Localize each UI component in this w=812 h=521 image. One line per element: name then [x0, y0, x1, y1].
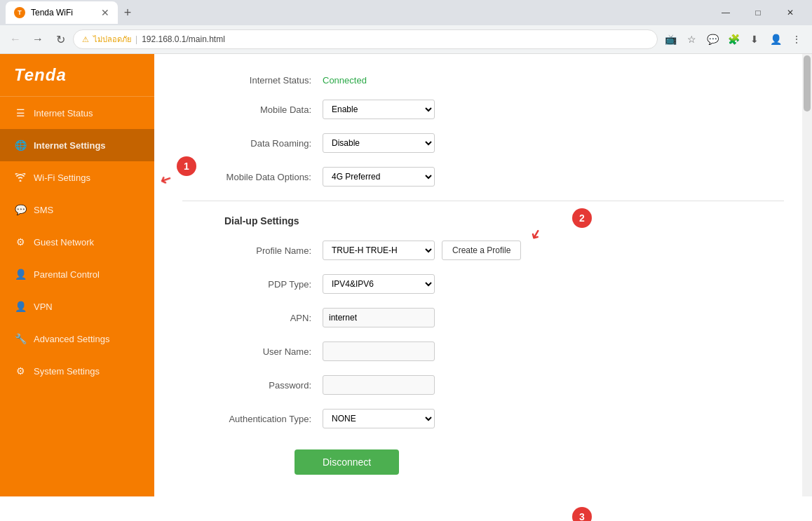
- sidebar-item-internet-status[interactable]: ☰ Internet Status: [0, 97, 154, 129]
- scrollbar-track[interactable]: [802, 54, 812, 496]
- apn-label: APN:: [182, 313, 323, 323]
- internet-status-label: Internet Status:: [182, 75, 323, 86]
- sidebar-item-label: System Settings: [34, 366, 100, 377]
- mobile-data-select[interactable]: Enable Disable: [323, 100, 435, 119]
- tab-favicon: T: [14, 7, 25, 18]
- sidebar-item-sms[interactable]: 💬 SMS: [0, 194, 154, 226]
- sidebar-item-advanced-settings[interactable]: 🔧 Advanced Settings: [0, 323, 154, 355]
- sidebar-item-internet-settings[interactable]: 🌐 Internet Settings: [0, 129, 154, 161]
- advanced-settings-icon: 🔧: [14, 332, 27, 345]
- sidebar-item-wifi-settings[interactable]: Wi-Fi Settings: [0, 161, 154, 194]
- sidebar-item-label: Wi-Fi Settings: [34, 172, 90, 183]
- profile-icon[interactable]: 💬: [703, 29, 722, 49]
- bookmark-icon[interactable]: ☆: [682, 29, 701, 49]
- extensions-icon[interactable]: 🧩: [724, 29, 743, 49]
- guest-network-icon: ⚙: [14, 236, 27, 248]
- sidebar-item-label: Advanced Settings: [34, 334, 109, 344]
- apn-row: APN:: [182, 308, 784, 327]
- sidebar: Tenda ☰ Internet Status 🌐 Internet Setti…: [0, 54, 154, 496]
- cast-icon[interactable]: 📺: [661, 29, 680, 49]
- disconnect-button[interactable]: Disconnect: [295, 449, 399, 475]
- menu-icon[interactable]: ⋮: [787, 29, 806, 49]
- sidebar-item-label: SMS: [34, 205, 53, 215]
- auth-type-row: Authentication Type: NONE PAP CHAP MS-CH…: [182, 409, 784, 428]
- section-divider: [182, 201, 784, 201]
- url-display: 192.168.0.1/main.html: [142, 34, 225, 44]
- sidebar-item-system-settings[interactable]: ⚙ System Settings: [0, 355, 154, 387]
- forward-button[interactable]: →: [28, 29, 48, 49]
- sidebar-item-label: Guest Network: [34, 237, 94, 248]
- sidebar-item-label: VPN: [34, 302, 53, 312]
- back-button[interactable]: ←: [6, 29, 25, 49]
- tab-close-btn[interactable]: ✕: [101, 7, 109, 18]
- pdp-type-label: PDP Type:: [182, 279, 323, 290]
- profile-name-row: Profile Name: TRUE-H TRUE-H Create a Pro…: [182, 241, 784, 260]
- sidebar-item-label: Internet Status: [34, 108, 93, 119]
- profile-name-select[interactable]: TRUE-H TRUE-H: [323, 241, 435, 260]
- username-row: User Name:: [182, 341, 784, 361]
- mobile-data-options-select[interactable]: 4G Preferred 3G Preferred 4G Only 3G Onl…: [323, 167, 435, 187]
- parental-control-icon: 👤: [14, 268, 27, 280]
- internet-settings-icon: 🌐: [14, 139, 27, 151]
- wifi-icon: [14, 171, 27, 184]
- content-area: Internet Status: Connected Mobile Data: …: [154, 54, 812, 496]
- apn-input[interactable]: [323, 308, 435, 327]
- username-input[interactable]: [323, 341, 435, 361]
- system-settings-icon: ⚙: [14, 365, 27, 377]
- scrollbar-thumb[interactable]: [804, 55, 811, 111]
- dialup-section-title: Dial-up Settings: [224, 215, 784, 226]
- security-warning-icon: ⚠: [82, 35, 89, 44]
- tab-title: Tenda WiFi: [31, 8, 73, 18]
- profile-name-label: Profile Name:: [182, 245, 323, 256]
- close-button[interactable]: ✕: [774, 2, 806, 23]
- mobile-data-options-label: Mobile Data Options:: [182, 172, 323, 182]
- address-bar[interactable]: ⚠ ไม่ปลอดภัย | 192.168.0.1/main.html: [73, 29, 658, 49]
- sidebar-item-guest-network[interactable]: ⚙ Guest Network: [0, 226, 154, 258]
- auth-type-label: Authentication Type:: [182, 414, 323, 424]
- user-account-icon[interactable]: 👤: [766, 29, 785, 49]
- mobile-data-row: Mobile Data: Enable Disable: [182, 100, 784, 119]
- new-tab-button[interactable]: +: [118, 3, 137, 22]
- mobile-data-options-row: Mobile Data Options: 4G Preferred 3G Pre…: [182, 167, 784, 187]
- internet-status-value: Connected: [323, 75, 367, 86]
- data-roaming-row: Data Roaming: Disable Enable: [182, 133, 784, 153]
- sidebar-logo: Tenda: [0, 54, 154, 97]
- username-label: User Name:: [182, 346, 323, 357]
- internet-status-row: Internet Status: Connected: [182, 75, 784, 86]
- sidebar-item-label: Parental Control: [34, 269, 100, 280]
- mobile-data-label: Mobile Data:: [182, 104, 323, 115]
- annotation-badge-3: 3: [572, 507, 592, 521]
- data-roaming-select[interactable]: Disable Enable: [323, 133, 435, 153]
- downloads-icon[interactable]: ⬇: [745, 29, 764, 49]
- minimize-button[interactable]: —: [710, 2, 742, 23]
- password-input[interactable]: [323, 375, 435, 395]
- sidebar-item-label: Internet Settings: [34, 140, 106, 151]
- pdp-type-row: PDP Type: IPV4&IPV6 IPV4 IPV6: [182, 274, 784, 294]
- password-row: Password:: [182, 375, 784, 395]
- sidebar-item-vpn[interactable]: 👤 VPN: [0, 290, 154, 323]
- pdp-type-select[interactable]: IPV4&IPV6 IPV4 IPV6: [323, 274, 435, 294]
- create-profile-button[interactable]: Create a Profile: [442, 241, 521, 260]
- vpn-icon: 👤: [14, 300, 27, 313]
- sidebar-item-parental-control[interactable]: 👤 Parental Control: [0, 258, 154, 290]
- disconnect-row: Disconnect: [182, 442, 784, 475]
- security-warning-text: ไม่ปลอดภัย: [93, 33, 131, 46]
- auth-type-select[interactable]: NONE PAP CHAP MS-CHAP: [323, 409, 435, 428]
- password-label: Password:: [182, 380, 323, 391]
- refresh-button[interactable]: ↻: [50, 29, 70, 49]
- internet-status-icon: ☰: [14, 107, 27, 119]
- restore-button[interactable]: □: [742, 2, 774, 23]
- data-roaming-label: Data Roaming:: [182, 138, 323, 149]
- sms-icon: 💬: [14, 203, 27, 216]
